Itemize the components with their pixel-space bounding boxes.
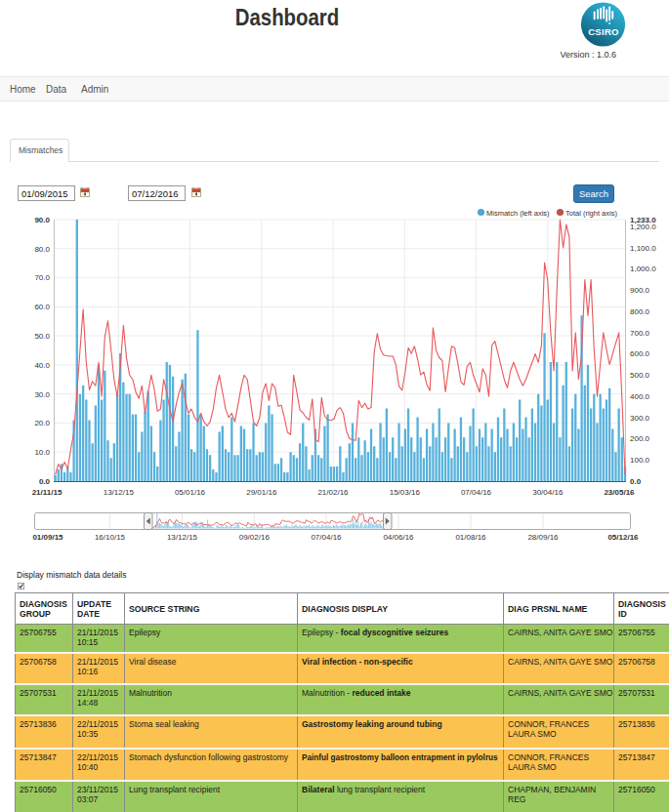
svg-text:Mismatch (left axis): Mismatch (left axis) bbox=[486, 209, 550, 218]
svg-text:90.0: 90.0 bbox=[34, 216, 50, 224]
svg-text:21/11/15: 21/11/15 bbox=[32, 488, 63, 497]
svg-text:CSIRO: CSIRO bbox=[588, 26, 619, 37]
svg-text:60.0: 60.0 bbox=[34, 303, 50, 311]
svg-text:900.0: 900.0 bbox=[630, 286, 650, 295]
svg-text:09/02/16: 09/02/16 bbox=[239, 533, 271, 542]
svg-text:16/10/15: 16/10/15 bbox=[95, 533, 126, 542]
svg-text:23/05/16: 23/05/16 bbox=[604, 488, 635, 497]
svg-text:30/04/16: 30/04/16 bbox=[532, 488, 564, 497]
svg-text:05/12/16: 05/12/16 bbox=[607, 533, 639, 542]
svg-text:500.0: 500.0 bbox=[630, 371, 650, 380]
svg-text:13/12/15: 13/12/15 bbox=[104, 488, 135, 497]
svg-text:0.0: 0.0 bbox=[39, 477, 51, 486]
svg-text:20.0: 20.0 bbox=[34, 419, 50, 427]
svg-text:05/01/16: 05/01/16 bbox=[175, 488, 206, 497]
svg-text:10.0: 10.0 bbox=[34, 448, 50, 457]
svg-text:15/03/16: 15/03/16 bbox=[390, 488, 421, 497]
svg-text:200.0: 200.0 bbox=[630, 434, 650, 443]
svg-text:07/04/16: 07/04/16 bbox=[311, 533, 342, 542]
svg-text:80.0: 80.0 bbox=[34, 245, 50, 254]
svg-text:0.0: 0.0 bbox=[630, 477, 642, 486]
svg-text:300.0: 300.0 bbox=[630, 414, 650, 423]
svg-text:29/01/16: 29/01/16 bbox=[246, 488, 277, 497]
svg-text:700.0: 700.0 bbox=[630, 329, 650, 338]
svg-text:13/12/15: 13/12/15 bbox=[167, 533, 198, 542]
svg-text:1,100.0: 1,100.0 bbox=[630, 244, 656, 253]
svg-text:1,000.0: 1,000.0 bbox=[630, 264, 656, 273]
svg-text:400.0: 400.0 bbox=[630, 392, 650, 401]
svg-text:600.0: 600.0 bbox=[630, 349, 650, 358]
svg-text:100.0: 100.0 bbox=[630, 456, 650, 465]
svg-text:50.0: 50.0 bbox=[34, 332, 50, 341]
svg-text:800.0: 800.0 bbox=[630, 307, 650, 316]
svg-text:01/09/15: 01/09/15 bbox=[32, 533, 63, 542]
svg-text:28/09/16: 28/09/16 bbox=[527, 533, 559, 542]
svg-text:01/08/16: 01/08/16 bbox=[455, 533, 486, 542]
svg-text:Total (right axis): Total (right axis) bbox=[565, 209, 617, 218]
svg-text:30.0: 30.0 bbox=[34, 390, 50, 399]
svg-text:40.0: 40.0 bbox=[34, 361, 50, 370]
svg-text:1,233.0: 1,233.0 bbox=[630, 216, 656, 224]
svg-text:04/06/16: 04/06/16 bbox=[383, 533, 414, 542]
svg-text:07/04/16: 07/04/16 bbox=[461, 488, 492, 497]
svg-text:21/02/16: 21/02/16 bbox=[317, 488, 349, 497]
svg-text:70.0: 70.0 bbox=[34, 273, 50, 282]
